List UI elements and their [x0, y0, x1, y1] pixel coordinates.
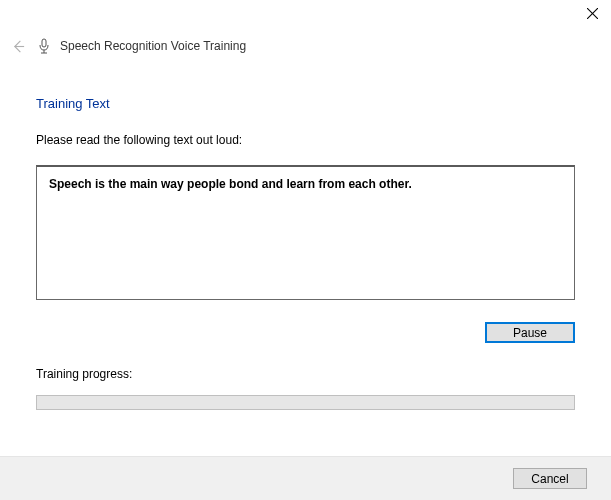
- pause-row: Pause: [36, 322, 575, 343]
- cancel-button[interactable]: Cancel: [513, 468, 587, 489]
- progress-bar: [36, 395, 575, 410]
- content-area: Training Text Please read the following …: [0, 56, 611, 410]
- svg-rect-3: [42, 39, 46, 47]
- training-text: Speech is the main way people bond and l…: [49, 177, 562, 191]
- close-icon[interactable]: [583, 4, 601, 22]
- header: Speech Recognition Voice Training: [0, 32, 611, 56]
- window-title: Speech Recognition Voice Training: [60, 39, 246, 53]
- microphone-icon: [36, 38, 52, 54]
- pause-button[interactable]: Pause: [485, 322, 575, 343]
- titlebar: [0, 0, 611, 32]
- page-heading: Training Text: [36, 96, 575, 111]
- footer: Cancel: [0, 456, 611, 500]
- instruction-text: Please read the following text out loud:: [36, 133, 575, 147]
- progress-label: Training progress:: [36, 367, 575, 381]
- training-text-box: Speech is the main way people bond and l…: [36, 165, 575, 300]
- back-arrow-icon: [8, 36, 28, 56]
